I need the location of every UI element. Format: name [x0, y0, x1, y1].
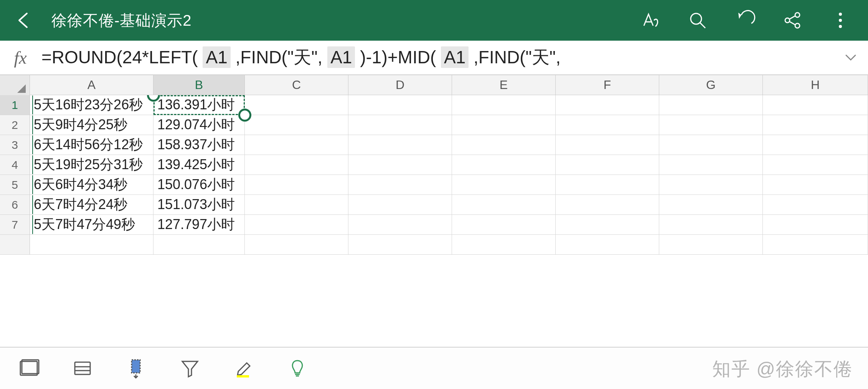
cell-C2[interactable]: [245, 115, 348, 135]
cell-E7[interactable]: [452, 215, 556, 235]
row-header-7[interactable]: 7: [0, 215, 30, 235]
cell-empty[interactable]: [556, 235, 659, 255]
cell-C6[interactable]: [245, 195, 348, 215]
sheet-view-icon[interactable]: [15, 355, 42, 382]
cell-F4[interactable]: [556, 155, 659, 175]
column-header-C[interactable]: C: [245, 75, 348, 95]
cell-H2[interactable]: [763, 115, 868, 135]
cell-empty[interactable]: [659, 235, 763, 255]
grid-body[interactable]: 15天16时23分26秒136.391小时25天9时4分25秒129.074小时…: [0, 95, 868, 347]
cell-G1[interactable]: [659, 95, 763, 115]
cell-B1[interactable]: 136.391小时: [153, 95, 245, 115]
cell-A1[interactable]: 5天16时23分26秒: [30, 95, 153, 115]
cell-B5[interactable]: 150.076小时: [153, 175, 245, 195]
card-view-icon[interactable]: [69, 355, 96, 382]
chevron-down-icon[interactable]: [841, 48, 860, 67]
cell-G3[interactable]: [659, 135, 763, 155]
cell-F2[interactable]: [556, 115, 659, 135]
cell-H3[interactable]: [763, 135, 868, 155]
cell-A7[interactable]: 5天7时47分49秒: [30, 215, 153, 235]
row-header-5[interactable]: 5: [0, 175, 30, 195]
cell-H7[interactable]: [763, 215, 868, 235]
cell-F6[interactable]: [556, 195, 659, 215]
cell-B4[interactable]: 139.425小时: [153, 155, 245, 175]
cell-empty[interactable]: [763, 235, 868, 255]
more-vertical-icon[interactable]: [828, 8, 853, 33]
cell-H4[interactable]: [763, 155, 868, 175]
cell-C7[interactable]: [245, 215, 348, 235]
cell-G5[interactable]: [659, 175, 763, 195]
highlight-icon[interactable]: [230, 355, 257, 382]
select-all-corner[interactable]: [0, 75, 30, 95]
cell-H6[interactable]: [763, 195, 868, 215]
row-header-3[interactable]: 3: [0, 135, 30, 155]
column-header-G[interactable]: G: [659, 75, 763, 95]
cell-G4[interactable]: [659, 155, 763, 175]
cell-A4[interactable]: 5天19时25分31秒: [30, 155, 153, 175]
document-title: 徐徐不倦-基础演示2: [51, 10, 192, 31]
cell-E3[interactable]: [452, 135, 556, 155]
cell-B7[interactable]: 127.797小时: [153, 215, 245, 235]
cell-E1[interactable]: [452, 95, 556, 115]
cell-D3[interactable]: [348, 135, 452, 155]
cell-empty[interactable]: [30, 235, 153, 255]
cell-C4[interactable]: [245, 155, 348, 175]
cell-A2[interactable]: 5天9时4分25秒: [30, 115, 153, 135]
column-header-A[interactable]: A: [30, 75, 153, 95]
cell-C1[interactable]: [245, 95, 348, 115]
cell-G2[interactable]: [659, 115, 763, 135]
row-header-4[interactable]: 4: [0, 155, 30, 175]
cell-B6[interactable]: 151.073小时: [153, 195, 245, 215]
cell-H1[interactable]: [763, 95, 868, 115]
column-select-icon[interactable]: [123, 355, 150, 382]
cell-empty[interactable]: [245, 235, 348, 255]
column-header-B[interactable]: B: [153, 75, 245, 95]
cell-empty[interactable]: [348, 235, 452, 255]
row-header-empty[interactable]: [0, 235, 30, 255]
undo-icon[interactable]: [733, 8, 757, 33]
row-header-2[interactable]: 2: [0, 115, 30, 135]
column-header-E[interactable]: E: [452, 75, 556, 95]
column-header-H[interactable]: H: [763, 75, 868, 95]
cell-D4[interactable]: [348, 155, 452, 175]
column-header-F[interactable]: F: [556, 75, 659, 95]
cell-E6[interactable]: [452, 195, 556, 215]
cell-E4[interactable]: [452, 155, 556, 175]
cell-B2[interactable]: 129.074小时: [153, 115, 245, 135]
cell-D7[interactable]: [348, 215, 452, 235]
row-header-1[interactable]: 1: [0, 95, 30, 115]
formula-input[interactable]: =ROUND(24*LEFT( A1 ,FIND("天", A1 )-1)+MI…: [34, 46, 841, 69]
cell-F3[interactable]: [556, 135, 659, 155]
cell-F5[interactable]: [556, 175, 659, 195]
cell-A3[interactable]: 6天14时56分12秒: [30, 135, 153, 155]
cell-empty[interactable]: [452, 235, 556, 255]
lightbulb-icon[interactable]: [284, 355, 311, 382]
cell-G7[interactable]: [659, 215, 763, 235]
cell-D6[interactable]: [348, 195, 452, 215]
cell-C5[interactable]: [245, 175, 348, 195]
cell-empty[interactable]: [153, 235, 245, 255]
cell-F7[interactable]: [556, 215, 659, 235]
table-row: 25天9时4分25秒129.074小时: [0, 115, 868, 135]
cell-E5[interactable]: [452, 175, 556, 195]
cell-B3[interactable]: 158.937小时: [153, 135, 245, 155]
cell-G6[interactable]: [659, 195, 763, 215]
cell-A5[interactable]: 6天6时4分34秒: [30, 175, 153, 195]
cell-E2[interactable]: [452, 115, 556, 135]
cell-C3[interactable]: [245, 135, 348, 155]
back-arrow-icon[interactable]: [12, 8, 36, 33]
cell-value: 6天6时4分34秒: [32, 175, 127, 194]
row-header-6[interactable]: 6: [0, 195, 30, 215]
filter-icon[interactable]: [177, 355, 203, 382]
column-header-D[interactable]: D: [348, 75, 452, 95]
cell-F1[interactable]: [556, 95, 659, 115]
share-icon[interactable]: [781, 8, 805, 33]
cell-D2[interactable]: [348, 115, 452, 135]
cell-H5[interactable]: [763, 175, 868, 195]
fx-label[interactable]: fx: [7, 48, 34, 68]
cell-A6[interactable]: 6天7时4分24秒: [30, 195, 153, 215]
search-icon[interactable]: [685, 8, 710, 33]
cell-D1[interactable]: [348, 95, 452, 115]
cell-D5[interactable]: [348, 175, 452, 195]
font-style-icon[interactable]: [638, 8, 662, 33]
